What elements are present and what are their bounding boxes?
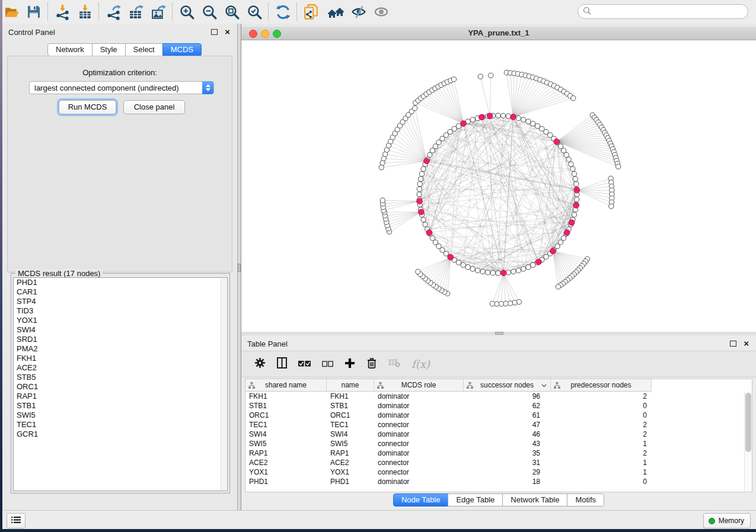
table-row[interactable]: SWI4SWI4dominator462	[245, 430, 745, 439]
tab-motifs[interactable]: Motifs	[567, 493, 604, 507]
zoom-selected-button[interactable]	[243, 2, 266, 21]
task-history-button[interactable]	[7, 513, 25, 528]
table-cell[interactable]: connector	[374, 420, 464, 430]
delete-row-button[interactable]	[366, 357, 377, 371]
mcds-node[interactable]	[419, 209, 425, 215]
table-cell[interactable]: ORC1	[327, 411, 374, 420]
tab-edge-table[interactable]: Edge Table	[448, 493, 503, 507]
mcds-result-item[interactable]: ACE2	[14, 363, 227, 373]
table-cell[interactable]: YOX1	[327, 467, 374, 477]
mcds-result-item[interactable]: YOX1	[14, 316, 227, 325]
delete-column-button[interactable]	[388, 358, 400, 370]
table-row[interactable]: SWI5SWI5connector431	[245, 439, 745, 448]
mcds-node[interactable]	[461, 121, 467, 127]
mcds-result-item[interactable]: PHD1	[14, 278, 227, 287]
table-cell[interactable]: 1	[551, 458, 652, 467]
run-mcds-button[interactable]: Run MCDS	[59, 100, 116, 114]
table-row[interactable]: ORC1ORC1dominator610	[245, 411, 745, 420]
table-cell[interactable]: RAP1	[327, 448, 374, 458]
table-cell[interactable]: 1	[551, 467, 652, 477]
close-panel-button[interactable]: Close panel	[123, 100, 185, 114]
mcds-result-item[interactable]: ORC1	[14, 382, 227, 392]
table-cell[interactable]: 43	[464, 439, 551, 448]
network-graph[interactable]	[241, 40, 756, 332]
table-cell[interactable]: 2	[551, 392, 652, 401]
table-cell[interactable]: ACE2	[245, 458, 327, 467]
hide-eye-button[interactable]	[347, 2, 370, 21]
table-cell[interactable]: 46	[464, 430, 551, 439]
mcds-node[interactable]	[511, 114, 516, 120]
add-column-button[interactable]	[344, 358, 355, 371]
clone-network-button[interactable]	[300, 2, 323, 21]
table-cell[interactable]: dominator	[374, 411, 464, 420]
save-button[interactable]	[23, 2, 45, 21]
mcds-list-scrollbar[interactable]	[221, 278, 227, 490]
show-columns-button[interactable]	[277, 357, 287, 371]
mcds-node[interactable]	[417, 198, 423, 204]
table-cell[interactable]: ORC1	[245, 411, 327, 420]
table-cell[interactable]: FKH1	[245, 392, 327, 401]
table-settings-button[interactable]	[254, 357, 266, 371]
column-header-successor-nodes[interactable]: successor nodes	[464, 379, 551, 392]
table-cell[interactable]: dominator	[374, 477, 464, 486]
mcds-result-item[interactable]: TEC1	[14, 420, 227, 430]
mcds-result-item[interactable]: RAP1	[14, 392, 227, 401]
search-field[interactable]	[578, 4, 748, 19]
table-cell[interactable]: 0	[551, 401, 652, 411]
mcds-result-item[interactable]: TID3	[14, 306, 227, 316]
network-window-titlebar[interactable]: YPA_prune.txt_1	[241, 27, 756, 40]
mcds-node[interactable]	[554, 139, 560, 145]
sort-chevron-icon[interactable]	[541, 384, 547, 387]
mcds-result-item[interactable]: GCR1	[14, 430, 227, 439]
table-cell[interactable]: PHD1	[245, 477, 327, 486]
mcds-node[interactable]	[564, 230, 570, 236]
close-panel-icon[interactable]: ×	[744, 338, 749, 349]
mcds-node[interactable]	[448, 254, 454, 260]
table-row[interactable]: STB1STB1dominator620	[245, 401, 745, 411]
mcds-result-item[interactable]: SRD1	[14, 335, 227, 344]
mcds-node[interactable]	[536, 259, 542, 265]
import-table-button[interactable]	[74, 2, 96, 21]
table-cell[interactable]: 35	[464, 448, 551, 458]
table-cell[interactable]: 29	[464, 467, 551, 477]
refresh-button[interactable]	[272, 2, 294, 21]
export-table-button[interactable]	[125, 2, 147, 21]
table-cell[interactable]: 2	[551, 448, 652, 458]
table-row[interactable]: ACE2ACE2connector311	[245, 458, 745, 467]
table-cell[interactable]: 61	[464, 411, 551, 420]
import-network-button[interactable]	[51, 2, 74, 21]
zoom-in-button[interactable]	[176, 2, 198, 21]
tab-style[interactable]: Style	[92, 43, 126, 56]
zoom-out-button[interactable]	[198, 2, 221, 21]
tab-network[interactable]: Network	[47, 43, 92, 56]
table-cell[interactable]: TEC1	[245, 420, 327, 430]
splitter-grip[interactable]	[495, 332, 503, 335]
close-panel-icon[interactable]: ×	[225, 27, 230, 37]
column-header-MCDS-role[interactable]: MCDS role	[374, 379, 464, 392]
mcds-node[interactable]	[424, 158, 430, 164]
tab-network-table[interactable]: Network Table	[502, 493, 567, 507]
float-panel-icon[interactable]	[730, 341, 736, 347]
mcds-result-item[interactable]: PMA2	[14, 344, 227, 354]
mcds-node[interactable]	[569, 220, 575, 226]
show-eye-button[interactable]	[370, 2, 393, 21]
optimization-criterion-dropdown[interactable]: largest connected component (undirected)	[29, 81, 214, 94]
mcds-node[interactable]	[501, 270, 507, 276]
column-header-shared-name[interactable]: shared name	[245, 379, 327, 392]
table-row[interactable]: YOX1YOX1connector291	[245, 467, 745, 477]
export-network-button[interactable]	[102, 2, 125, 21]
houses-button[interactable]	[325, 2, 347, 21]
table-cell[interactable]: connector	[374, 439, 464, 448]
column-header-predecessor-nodes[interactable]: predecessor nodes	[551, 379, 652, 392]
table-cell[interactable]: 1	[551, 439, 652, 448]
table-cell[interactable]: STB1	[327, 401, 374, 411]
vertical-splitter[interactable]	[237, 24, 241, 510]
table-cell[interactable]: ACE2	[327, 458, 374, 467]
table-row[interactable]: FKH1FKH1dominator962	[245, 392, 745, 401]
table-cell[interactable]: connector	[374, 467, 464, 477]
table-cell[interactable]: SWI4	[327, 430, 374, 439]
table-cell[interactable]: TEC1	[327, 420, 374, 430]
table-cell[interactable]: 0	[551, 477, 652, 486]
table-row[interactable]: TEC1TEC1connector472	[245, 420, 745, 430]
mcds-result-item[interactable]: SWI5	[14, 411, 227, 420]
